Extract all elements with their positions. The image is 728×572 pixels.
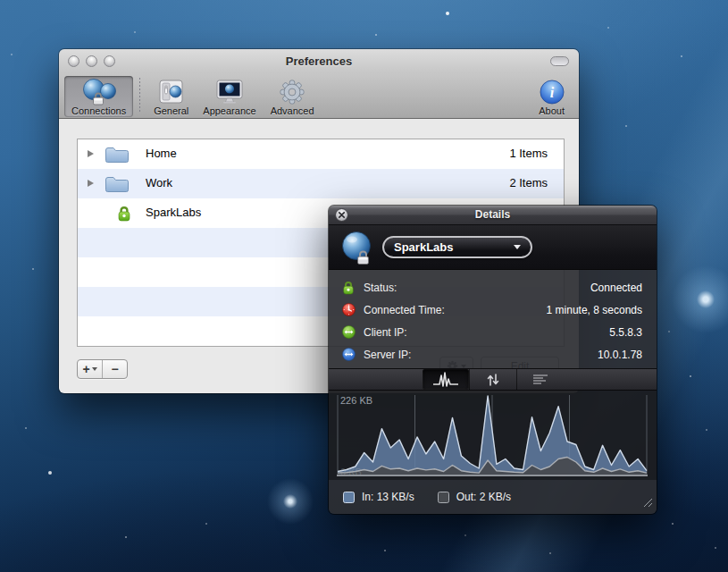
add-menu-arrow-icon [92, 367, 97, 371]
up-down-arrows-icon [482, 372, 504, 388]
toolbar-toggle-button[interactable] [550, 56, 569, 66]
general-icon [159, 78, 183, 105]
status-value: Connected [590, 282, 642, 294]
toolbar-item-about[interactable]: i About [531, 76, 572, 117]
status-value: 10.0.1.78 [598, 349, 642, 361]
toolbar-item-connections[interactable]: Connections [64, 76, 133, 117]
details-titlebar: Details [329, 206, 657, 225]
timer-icon [342, 303, 356, 317]
toolbar-separator [139, 78, 140, 114]
disclosure-triangle-icon[interactable] [88, 150, 94, 157]
status-row: Status: Connected [329, 276, 657, 299]
tab-connection-log[interactable] [516, 369, 564, 390]
remove-connection-button[interactable]: − [102, 360, 127, 378]
add-connection-button[interactable]: + [78, 360, 102, 378]
y-axis-max-label: 226 KB [340, 395, 372, 406]
row-detail: 1 Items [509, 147, 548, 160]
tab-traffic-totals[interactable] [469, 369, 516, 390]
preferences-toolbar: Connections General [59, 73, 579, 119]
disclosure-triangle-icon[interactable] [88, 180, 94, 187]
toolbar-item-general[interactable]: General [146, 76, 196, 117]
legend-item-out: Out: 2 KB/s [438, 491, 511, 503]
lock-green-icon [117, 206, 131, 224]
details-tab-bar [329, 368, 657, 391]
toolbar-label: Appearance [203, 105, 255, 116]
connection-dropdown[interactable]: SparkLabs [382, 236, 532, 258]
waveform-icon [431, 371, 460, 389]
advanced-icon [279, 78, 305, 105]
details-title: Details [329, 206, 657, 224]
status-row: Connected Time: 1 minute, 8 seconds [329, 299, 657, 321]
lock-green-icon [342, 281, 356, 295]
folder-icon [105, 146, 130, 166]
row-label: Work [146, 176, 172, 189]
server-ip-icon [342, 348, 356, 362]
row-label: Home [146, 147, 177, 160]
out-color-swatch[interactable] [438, 492, 449, 503]
row-label: SparkLabs [146, 206, 201, 219]
desktop-wallpaper: Preferences [0, 0, 728, 572]
status-value: 1 minute, 8 seconds [547, 304, 642, 316]
close-details-button[interactable] [335, 208, 348, 222]
client-ip-icon [342, 325, 356, 340]
traffic-chart [336, 393, 649, 476]
starfield [0, 0, 2, 2]
legend-item-in: In: 13 KB/s [343, 491, 414, 503]
list-row-home[interactable]: Home 1 Items [78, 139, 564, 169]
y-axis-min-label: 0 KB [340, 467, 362, 477]
preferences-titlebar: Preferences [59, 49, 579, 73]
log-lines-icon [531, 373, 550, 387]
globe-lock-icon [340, 231, 374, 268]
toolbar-item-appearance[interactable]: Appearance [196, 76, 263, 117]
add-remove-buttons: + − [77, 359, 128, 379]
status-value: 5.5.8.3 [609, 326, 642, 339]
in-color-swatch[interactable] [343, 492, 355, 503]
toolbar-label: About [539, 105, 565, 116]
row-detail: 2 Items [509, 176, 548, 189]
dropdown-value: SparkLabs [384, 240, 514, 254]
list-row-work[interactable]: Work 2 Items [78, 169, 564, 198]
folder-icon [105, 175, 130, 196]
details-window: Details SparkLabs [329, 206, 657, 514]
toolbar-label: Connections [71, 105, 126, 116]
toolbar-label: General [154, 105, 188, 116]
svg-text:i: i [549, 85, 554, 100]
toolbar-label: Advanced [271, 105, 314, 116]
tab-traffic-graph[interactable] [423, 369, 469, 390]
resize-grip[interactable] [641, 495, 653, 511]
details-header: SparkLabs [329, 225, 657, 270]
status-row: Server IP: 10.0.1.78 [329, 343, 657, 366]
traffic-legend: In: 13 KB/s Out: 2 KB/s [329, 480, 657, 514]
in-rate-label: In: 13 KB/s [362, 491, 414, 503]
zoom-window-button[interactable] [104, 55, 115, 67]
connections-icon [81, 78, 117, 105]
appearance-icon [215, 78, 244, 105]
window-title: Preferences [59, 49, 579, 73]
status-section: Status: Connected Connected Time: [329, 270, 657, 368]
close-window-button[interactable] [68, 55, 79, 67]
status-row: Client IP: 5.5.8.3 [329, 321, 657, 343]
minimize-window-button[interactable] [86, 55, 97, 67]
out-rate-label: Out: 2 KB/s [456, 491, 511, 503]
toolbar-item-advanced[interactable]: Advanced [264, 76, 322, 117]
dropdown-arrow-icon [514, 245, 521, 249]
traffic-graph-panel: 226 KB 0 KB [329, 391, 657, 480]
about-icon: i [540, 78, 565, 105]
